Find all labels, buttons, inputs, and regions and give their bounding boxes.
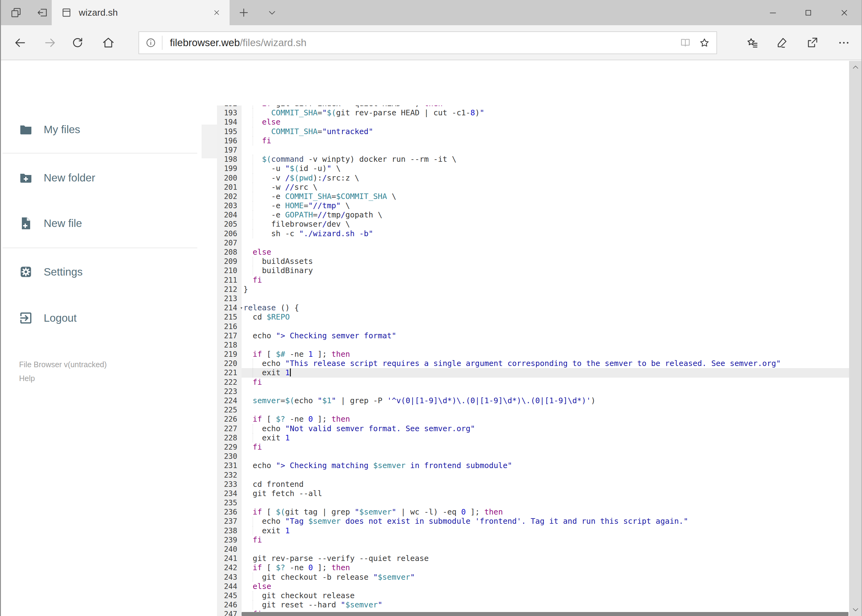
code-line[interactable]: 212}: [217, 285, 849, 294]
code-line[interactable]: 230: [217, 452, 849, 461]
line-number: 217: [217, 331, 241, 341]
code-line[interactable]: 209 buildAssets: [217, 257, 849, 266]
code-line[interactable]: 206 sh -c "./wizard.sh -b": [217, 229, 849, 238]
scroll-up-icon[interactable]: [849, 61, 862, 74]
code-line[interactable]: 217 echo "> Checking semver format": [217, 331, 849, 341]
web-notes-pen-icon[interactable]: [769, 30, 795, 55]
code-line[interactable]: 236 if [ $(git tag | grep "$semver" | wc…: [217, 508, 849, 517]
code-line[interactable]: 235: [217, 498, 849, 508]
browser-tab[interactable]: wizard.sh: [52, 0, 230, 25]
code-line[interactable]: 239 fi: [217, 536, 849, 545]
code-line[interactable]: 224 semver=$(echo "$1" | grep -P '^v(0|[…: [217, 396, 849, 405]
code-line[interactable]: 246 git reset --hard "$semver": [217, 600, 849, 610]
help-link[interactable]: Help: [19, 371, 107, 385]
code-line[interactable]: 210 buildBinary: [217, 266, 849, 275]
tab-preview-icon[interactable]: [3, 0, 29, 25]
tab-list-chevron-icon[interactable]: [259, 0, 285, 25]
code-line[interactable]: 198 $(command -v winpty) docker run --rm…: [217, 155, 849, 164]
url-host: filebrowser.web: [170, 37, 240, 48]
back-icon[interactable]: [8, 30, 32, 55]
horizontal-scrollbar[interactable]: [241, 612, 848, 616]
code-line[interactable]: 229 fi: [217, 443, 849, 452]
code-line[interactable]: 226 if [ $? -ne 0 ]; then: [217, 415, 849, 424]
code-line[interactable]: 242 if [ $? -ne 0 ]; then: [217, 563, 849, 572]
code-line[interactable]: 228 exit 1: [217, 433, 849, 443]
favorites-hub-icon[interactable]: [739, 30, 766, 55]
sidebar: My filesNew folderNew fileSettingsLogout…: [0, 105, 202, 616]
code-line[interactable]: 220 echo "This release script requires a…: [217, 359, 849, 368]
line-number: 229: [217, 443, 241, 452]
line-number: 194: [217, 118, 241, 127]
code-line[interactable]: 205 filebrowser/dev \: [217, 220, 849, 229]
sidebar-item-my-files[interactable]: My files: [0, 122, 202, 137]
scroll-down-icon[interactable]: [849, 603, 862, 616]
code-line[interactable]: 233 cd frontend: [217, 480, 849, 489]
tab-close-icon[interactable]: [210, 6, 224, 19]
code-line[interactable]: 194 else: [217, 118, 849, 127]
site-info-icon[interactable]: [145, 37, 156, 48]
code-line[interactable]: 201 -w //src \: [217, 183, 849, 192]
code-line[interactable]: 207: [217, 238, 849, 248]
code-line[interactable]: 241 git rev-parse --verify --quiet relea…: [217, 554, 849, 563]
line-number: 214▾: [217, 303, 241, 313]
refresh-icon[interactable]: [65, 30, 90, 55]
code-line[interactable]: 240: [217, 545, 849, 554]
code-line[interactable]: 192 if git diff-index --quiet HEAD --; t…: [217, 105, 849, 108]
code-line[interactable]: 215 cd $REPO: [217, 313, 849, 322]
page-scrollbar[interactable]: [849, 61, 862, 616]
sidebar-item-new-file[interactable]: New file: [0, 215, 202, 231]
code-line[interactable]: 195 COMMIT_SHA="untracked": [217, 127, 849, 136]
code-line[interactable]: 237 echo "Tag $semver does not exist in …: [217, 517, 849, 526]
maximize-button[interactable]: [791, 0, 825, 25]
url-text[interactable]: filebrowser.web/files/wizard.sh: [170, 37, 676, 49]
more-options-icon[interactable]: [830, 30, 857, 55]
code-line[interactable]: 222 fi: [217, 378, 849, 387]
line-number: 202: [217, 192, 241, 201]
code-editor[interactable]: 192 if git diff-index --quiet HEAD --; t…: [217, 105, 849, 616]
home-icon[interactable]: [96, 30, 121, 55]
reading-view-icon[interactable]: [676, 33, 695, 52]
code-line[interactable]: 221 exit 1: [217, 368, 849, 377]
share-icon[interactable]: [799, 30, 826, 55]
code-line[interactable]: 216: [217, 322, 849, 331]
sidebar-item-label: Settings: [44, 266, 82, 278]
sidebar-item-new-folder[interactable]: New folder: [0, 170, 202, 185]
sidebar-footer: File Browser v(untracked) Help: [19, 358, 107, 385]
code-line[interactable]: 204 -e GOPATH=//tmp/gopath \: [217, 211, 849, 220]
code-line[interactable]: 203 -e HOME="//tmp" \: [217, 201, 849, 211]
close-window-button[interactable]: [827, 0, 862, 25]
url-bar[interactable]: filebrowser.web/files/wizard.sh: [139, 31, 717, 54]
code-line[interactable]: 202 -e COMMIT_SHA=$COMMIT_SHA \: [217, 192, 849, 201]
new-tab-button[interactable]: [232, 0, 256, 25]
line-number: 224: [217, 396, 241, 405]
code-line[interactable]: 214▾release () {: [217, 303, 849, 313]
code-line[interactable]: 199 -u "$(id -u)" \: [217, 164, 849, 173]
code-line[interactable]: 243 git checkout -b release "$semver": [217, 573, 849, 582]
minimize-button[interactable]: [756, 0, 790, 25]
favorite-star-icon[interactable]: [695, 33, 714, 52]
code-line[interactable]: 219 if [ $# -ne 1 ]; then: [217, 350, 849, 359]
code-line[interactable]: 193 COMMIT_SHA="$(git rev-parse HEAD | c…: [217, 108, 849, 118]
page-icon: [61, 7, 72, 18]
code-line[interactable]: 244 else: [217, 582, 849, 591]
code-line[interactable]: 223: [217, 387, 849, 396]
line-number: 196: [217, 136, 241, 146]
code-line[interactable]: 238 exit 1: [217, 526, 849, 536]
sidebar-item-label: My files: [44, 123, 80, 136]
sidebar-item-logout[interactable]: Logout: [0, 310, 202, 326]
code-line[interactable]: 211 fi: [217, 275, 849, 285]
code-line[interactable]: 196 fi: [217, 136, 849, 146]
code-line[interactable]: 218: [217, 341, 849, 350]
code-line[interactable]: 213: [217, 294, 849, 303]
code-line[interactable]: 232: [217, 470, 849, 480]
code-line[interactable]: 227 echo "Not valid semver format. See s…: [217, 424, 849, 433]
sidebar-item-settings[interactable]: Settings: [0, 264, 202, 280]
forward-icon[interactable]: [38, 30, 63, 55]
code-line[interactable]: 225: [217, 405, 849, 415]
code-line[interactable]: 231 echo "> Checking matching $semver in…: [217, 461, 849, 470]
code-line[interactable]: 245 git checkout release: [217, 591, 849, 600]
code-line[interactable]: 197: [217, 146, 849, 155]
code-line[interactable]: 208 else: [217, 248, 849, 257]
code-line[interactable]: 200 -v /$(pwd):/src:z \: [217, 173, 849, 183]
code-line[interactable]: 234 git fetch --all: [217, 489, 849, 498]
